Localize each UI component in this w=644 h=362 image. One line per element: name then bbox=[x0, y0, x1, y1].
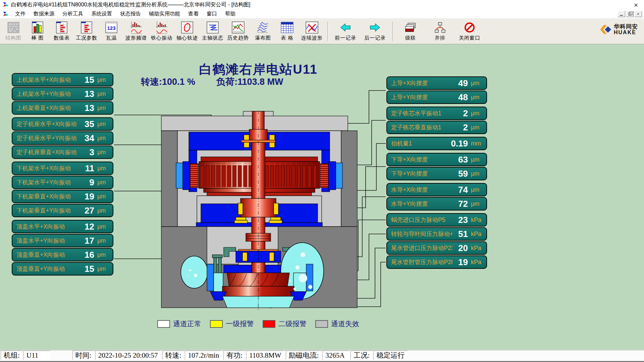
minimize-icon bbox=[620, 15, 623, 16]
next-record-icon bbox=[369, 21, 381, 34]
measurement-box[interactable]: 上导+Y向摆度 48 μm bbox=[386, 90, 487, 104]
measurement-box[interactable]: 下机架水平+X向振动 11 μm bbox=[12, 162, 113, 175]
status-field: 机组: U11 bbox=[1, 351, 50, 360]
menu-item[interactable]: 状态报告 bbox=[116, 9, 145, 18]
measurement-unit: μm bbox=[97, 90, 110, 98]
measurement-box[interactable]: 顶盖水平+Y向振动 17 μm bbox=[12, 234, 113, 247]
status-field-label: 工况: bbox=[351, 351, 373, 360]
measurement-label: 上机架水平+X向振动 bbox=[16, 76, 79, 84]
toolbar-button-label: 关闭窗口 bbox=[459, 35, 480, 41]
toolbar-button[interactable]: 前一记录 bbox=[331, 20, 360, 42]
measurement-value: 13 bbox=[79, 89, 94, 99]
measurement-value: 15 bbox=[79, 75, 94, 85]
toolbar-button[interactable]: 主轴状态 bbox=[200, 20, 225, 42]
menu-item[interactable]: 系统设置 bbox=[87, 9, 116, 18]
toolbar-button-label: 棒 图 bbox=[31, 35, 44, 41]
menu-item[interactable]: 分析工具 bbox=[58, 9, 87, 18]
measurement-value: 2 bbox=[452, 122, 468, 133]
mdi-restore-button[interactable] bbox=[626, 11, 634, 17]
measurement-unit: μm bbox=[97, 179, 110, 186]
toolbar-button[interactable]: 工况参数 bbox=[74, 20, 99, 42]
toolbar-button[interactable]: 结构图 bbox=[1, 20, 25, 42]
menu-item[interactable]: 数据来源 bbox=[30, 9, 58, 18]
legend-label: 一级报警 bbox=[226, 319, 254, 328]
menu-item[interactable]: 查看 bbox=[184, 9, 203, 18]
measurement-box[interactable]: 上机架水平+X向振动 15 μm bbox=[12, 73, 113, 86]
measurement-box[interactable]: 上机架垂直+X向振动 13 μm bbox=[12, 101, 113, 115]
toolbar-button-label: 工况参数 bbox=[76, 35, 97, 41]
toolbar-button[interactable]: 关闭窗口 bbox=[455, 20, 484, 42]
measurement-unit: μm bbox=[97, 135, 110, 142]
toolbar-button-label: 波形频谱 bbox=[125, 35, 147, 41]
toolbar-button[interactable]: 级联 bbox=[396, 20, 425, 42]
toolbar-button-label: 历史趋势 bbox=[227, 35, 249, 41]
measurement-box[interactable]: 下机架水平+Y向振动 9 μm bbox=[12, 176, 113, 189]
toolbar-button[interactable]: 连续波形 bbox=[299, 20, 325, 42]
measurement-box[interactable]: 定子铁芯垂直振动1 2 μm bbox=[386, 121, 487, 134]
measurement-label: 上机架垂直+X向振动 bbox=[16, 104, 79, 112]
toolbar-button[interactable]: 数值表 bbox=[50, 20, 74, 42]
toolbar-record-group: 前一记录 后一记录 bbox=[331, 20, 390, 42]
menu-item[interactable]: 帮助 bbox=[221, 9, 239, 18]
measurement-unit: μm bbox=[471, 110, 484, 117]
toolbar-button[interactable]: 棒 图 bbox=[25, 20, 50, 42]
toolbar-button[interactable]: 并排 bbox=[425, 20, 455, 42]
toolbar-button[interactable]: 123 瓦温 bbox=[99, 20, 123, 42]
waveform-spectrum-icon bbox=[130, 21, 143, 34]
measurement-box[interactable]: 下导+Y向摆度 59 μm bbox=[386, 167, 487, 180]
status-field: 时间: 2022-10-25 20:00:57 bbox=[72, 351, 161, 360]
measurement-box[interactable]: 蜗壳进口压力脉动P5 23 kPa bbox=[386, 213, 487, 227]
measurement-box[interactable]: 尾水管进口压力脉动P23 20 kPa bbox=[386, 241, 487, 255]
measurement-box[interactable]: 定子铁芯水平振动1 2 μm bbox=[386, 107, 487, 120]
measurement-box[interactable]: 水导+X向摆度 74 μm bbox=[386, 183, 487, 196]
measurement-box[interactable]: 上导+X向摆度 49 μm bbox=[386, 76, 487, 90]
toolbar-button-label: 轴心轨迹 bbox=[176, 35, 198, 41]
measurement-unit: μm bbox=[97, 193, 110, 200]
toolbar-button[interactable]: 后一记录 bbox=[360, 20, 390, 42]
toolbar-button[interactable]: 历史趋势 bbox=[225, 20, 251, 42]
measurement-box[interactable]: 下导+X向摆度 63 μm bbox=[386, 153, 487, 166]
toolbar-button[interactable]: 波形频谱 bbox=[123, 20, 149, 42]
mdi-minimize-button[interactable] bbox=[618, 11, 625, 17]
measurement-label: 上导+Y向摆度 bbox=[391, 93, 452, 101]
measurement-box[interactable]: 定子机座垂直+X向振动 3 μm bbox=[12, 145, 113, 159]
mdi-close-button[interactable]: × bbox=[634, 11, 642, 17]
measurement-box[interactable]: 顶盖垂直+Y向振动 15 μm bbox=[12, 262, 113, 276]
load-readout: 负荷:1103.8 MW bbox=[216, 76, 283, 88]
measurement-label: 水导+Y向摆度 bbox=[391, 200, 452, 208]
menu-items: 文件数据来源分析工具系统设置状态报告辅助实用功能查看窗口帮助 bbox=[11, 9, 239, 18]
toolbar-button[interactable]: 铁心振动 bbox=[149, 20, 174, 42]
measurement-box[interactable]: 顶盖水平+X向振动 12 μm bbox=[12, 220, 113, 233]
svg-text:123: 123 bbox=[107, 25, 115, 31]
window-close-button[interactable]: × bbox=[631, 1, 641, 8]
measurement-box[interactable]: 定子机座水平+Y向振动 34 μm bbox=[12, 131, 113, 145]
measurement-box[interactable]: 上机架水平+Y向振动 13 μm bbox=[12, 87, 113, 101]
measurement-label: 定子机座水平+Y向振动 bbox=[16, 134, 79, 142]
measurement-box[interactable]: 顶盖垂直+X向振动 16 μm bbox=[12, 248, 113, 261]
measurement-box[interactable]: 下机架垂直+Y向振动 27 μm bbox=[12, 204, 113, 217]
measurement-box[interactable]: 转轮与导叶间压力脉动+X 51 kPa bbox=[386, 227, 487, 241]
measurement-box[interactable]: 下机架垂直+X向振动 19 μm bbox=[12, 190, 113, 203]
menu-item[interactable]: 文件 bbox=[11, 9, 30, 18]
measurement-label: 定子机座垂直+X向振动 bbox=[16, 148, 79, 156]
measurement-box[interactable]: 尾水管肘管压力脉动P28 19 kPa bbox=[386, 255, 487, 269]
measurement-box[interactable]: 抬机量1 0.19 mm bbox=[386, 137, 487, 150]
measurement-value: 9 bbox=[79, 177, 94, 188]
measurement-unit: μm bbox=[97, 149, 110, 156]
measurement-label: 蜗壳进口压力脉动P5 bbox=[391, 216, 452, 224]
toolbar-button-label: 连续波形 bbox=[301, 35, 323, 41]
measurement-value: 49 bbox=[452, 78, 468, 88]
measurement-box[interactable]: 水导+Y向摆度 72 μm bbox=[386, 197, 487, 210]
menu-item[interactable]: 窗口 bbox=[203, 9, 221, 18]
measurement-unit: μm bbox=[97, 105, 110, 112]
measurement-label: 下机架水平+X向振动 bbox=[16, 164, 79, 172]
turbine-diagram bbox=[157, 111, 362, 310]
toolbar-button[interactable]: 瀑布图 bbox=[251, 20, 275, 42]
toolbar-button[interactable]: 表 格 bbox=[275, 20, 299, 42]
measurement-value: 13 bbox=[79, 103, 94, 113]
measurement-value: 51 bbox=[452, 229, 468, 239]
menu-item[interactable]: 辅助实用功能 bbox=[145, 9, 184, 18]
measurement-box[interactable]: 定子机座水平+X向振动 35 μm bbox=[12, 117, 113, 131]
measurement-label: 下导+Y向摆度 bbox=[391, 170, 452, 178]
toolbar-button[interactable]: 轴心轨迹 bbox=[174, 20, 200, 42]
